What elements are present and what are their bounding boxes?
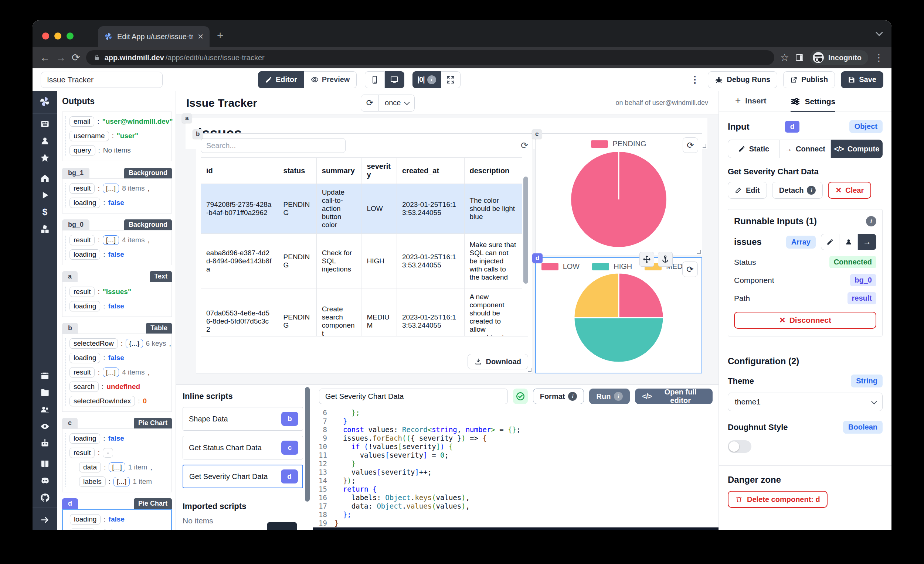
table-cell[interactable]: The color should be light blue [464,184,522,234]
table-cell[interactable]: 2023-01-25T16:13:53.244055 [397,289,464,337]
static-input-button[interactable] [821,234,839,250]
output-key[interactable]: loading [69,433,100,444]
runs-play-icon[interactable] [33,187,57,203]
schedule-dropdown[interactable]: once [379,94,415,112]
output-row[interactable]: selectedRow:{...}6 keys, [69,338,169,349]
anchor-component-button[interactable] [658,252,673,267]
disconnect-button[interactable]: ✕ Disconnect [734,312,876,329]
table-column-header[interactable]: severity [362,158,397,184]
connect-mode-button[interactable]: → Connect [780,140,831,158]
output-row[interactable]: result:- [69,448,169,458]
code-line[interactable]: 6 }; [313,408,718,417]
tab-insert[interactable]: + Insert [735,95,766,112]
code-line[interactable]: 7 } [313,417,718,425]
table-cell[interactable]: Check for SQL injections [316,234,362,289]
variables-dollar-icon[interactable]: $ [33,203,57,220]
new-tab-button[interactable]: + [217,29,224,42]
debug-runs-button[interactable]: Debug Runs [708,71,777,88]
code-line[interactable]: 19} [313,519,718,527]
output-section-id[interactable]: bg_1 [62,168,90,178]
script-name-input[interactable] [319,389,508,404]
output-key[interactable]: result [70,528,95,530]
panel-drag-handle[interactable] [267,522,297,530]
script-item-d[interactable]: Get Severity Chart Datad [183,465,303,488]
code-line[interactable]: 17 data: Object.values(values), [313,502,718,510]
output-row[interactable]: loading:false [69,197,169,208]
output-section-id[interactable]: c [62,418,78,428]
code-line[interactable]: 9 issues.forEach(({ severity }) => { [313,434,718,443]
output-row[interactable]: result:[...]4 items, [69,235,169,245]
connect-input-button[interactable]: → [858,234,876,250]
move-component-button[interactable] [639,252,654,267]
script-item-c[interactable]: Get Status Chart Datac [183,436,303,459]
table-search-input[interactable] [201,138,346,153]
discord-icon[interactable] [33,472,57,489]
address-bar[interactable]: app.windmill.dev/apps/edit/u/user/issue-… [86,50,774,65]
compute-mode-button[interactable]: </> Compute [831,140,883,158]
doughnut-style-toggle[interactable] [728,440,752,453]
code-line[interactable]: 8 const values: Record<string, number> =… [313,425,718,434]
output-row[interactable]: data:[...]1 item, [79,462,169,473]
schedules-calendar-icon[interactable] [33,367,57,384]
code-line[interactable]: 14 }); [313,476,718,485]
resources-cubes-icon[interactable] [33,220,57,238]
table-column-header[interactable]: description [464,158,522,184]
output-key[interactable]: result [69,183,94,193]
table-cell[interactable]: HIGH [362,234,397,289]
output-key[interactable]: query [69,145,95,156]
output-row[interactable]: loading:false [70,514,169,525]
table-cell[interactable]: 07da0553-4e6e-4d56-8ded-5fd0f7d5c3c2 [201,289,278,337]
output-key[interactable]: result [69,287,94,297]
output-row[interactable]: loading:false [69,301,169,311]
output-section-id[interactable]: b [62,323,78,334]
output-key[interactable]: data [79,462,101,473]
app-name-input[interactable] [40,72,163,88]
preview-tab[interactable]: Preview [304,71,357,88]
output-key[interactable]: username [69,131,109,141]
grid-lines-button[interactable]: |0| i [412,71,441,88]
forward-icon[interactable]: → [56,52,66,64]
format-button[interactable]: Formati [533,389,584,404]
component-b-table[interactable]: b ⟳ idstatussummaryseveritycreated_atdes… [196,133,533,373]
delete-component-button[interactable]: Delete component: d [728,491,828,508]
side-panel-icon[interactable] [795,53,804,62]
output-row[interactable]: loading:false [69,353,169,363]
output-row[interactable]: loading:false [69,249,169,260]
table-cell[interactable]: Make sure that SQL can not be injected w… [464,234,522,289]
reload-icon[interactable]: ⟳ [72,52,80,64]
code-editor[interactable]: 6 };7 }8 const values: Record<string, nu… [313,408,718,530]
output-row[interactable]: email:"user@windmill.dev" [69,116,169,127]
folders-icon[interactable] [33,384,57,401]
detach-button[interactable]: Detachi [772,182,823,199]
tab-settings[interactable]: Settings [790,97,835,112]
output-row[interactable]: search:undefined [69,381,169,392]
chart-refresh-button[interactable]: ⟳ [682,262,698,277]
output-key[interactable]: loading [69,249,100,260]
output-row[interactable]: selectedRowIndex:0 [69,396,169,406]
scripts-scrollbar[interactable] [305,387,310,501]
output-row[interactable]: result:- [70,528,169,530]
theme-select[interactable]: theme1 [728,393,883,411]
github-icon[interactable] [33,489,57,506]
component-d-pie-chart[interactable]: d ⟳ LOWHIGHMEDIUM [535,257,702,373]
output-row[interactable]: username:"user" [69,131,169,141]
table-cell[interactable]: LOW [362,184,397,234]
user-input-button[interactable] [839,234,858,250]
apps-icon[interactable] [33,115,57,132]
table-cell[interactable]: 794208f5-2735-428a-b4af-b071ff0a2962 [201,184,278,234]
code-line[interactable]: 15 return { [313,485,718,494]
minimize-window-button[interactable] [54,33,62,39]
script-item-b[interactable]: Shape Datab [183,407,303,431]
resize-handle[interactable] [697,250,701,254]
output-key[interactable]: loading [69,197,100,208]
code-line[interactable]: 12 } [313,459,718,468]
browser-tab[interactable]: Edit App u/user/issue-tracker | ✕ [98,26,210,47]
component-badge[interactable]: bg_0 [850,274,876,286]
output-key[interactable]: result [69,367,94,377]
table-cell[interactable]: PENDING [278,289,316,337]
windmill-logo[interactable] [33,91,57,112]
legend-item[interactable]: PENDING [591,140,646,148]
output-key[interactable]: loading [70,514,100,525]
download-button[interactable]: Download [468,354,528,370]
resize-handle[interactable] [528,368,531,372]
